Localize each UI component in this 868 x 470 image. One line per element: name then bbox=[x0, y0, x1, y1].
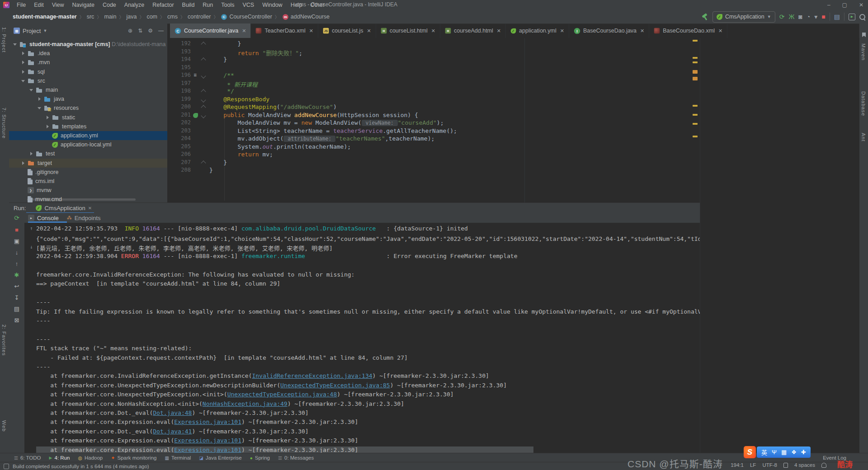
profiler-icon[interactable]: ◔ bbox=[807, 13, 810, 20]
stack-trace-link[interactable]: Expression.java:101 bbox=[174, 446, 241, 453]
sogou-button-3[interactable]: ❖ bbox=[791, 449, 797, 456]
menu-item-file[interactable]: File bbox=[13, 1, 29, 9]
editor-tab-teacherdao-xml[interactable]: TeacherDao.xml✕ bbox=[251, 24, 318, 38]
tree-item-target[interactable]: target bbox=[9, 159, 167, 168]
spring-bean-gutter-icon[interactable] bbox=[193, 113, 198, 118]
sogou-button-4[interactable]: ✚ bbox=[801, 449, 806, 456]
stripe-web[interactable]: Web bbox=[1, 420, 7, 432]
close-icon[interactable]: ✕ bbox=[242, 28, 246, 34]
tool-window-button-java-enterprise[interactable]: ◪Java Enterprise bbox=[195, 453, 245, 462]
editor-tab-basecoursedao-java[interactable]: IBaseCourseDao.java✕ bbox=[569, 24, 649, 38]
up-stack-icon[interactable]: ↑ bbox=[9, 260, 24, 267]
collapsed-arrow-icon[interactable] bbox=[21, 70, 25, 74]
breadcrumb-item[interactable]: java bbox=[126, 14, 137, 20]
tree-item-sql[interactable]: sql bbox=[9, 67, 167, 76]
down-stack-icon[interactable]: ↓ bbox=[9, 249, 24, 256]
stack-trace-link[interactable]: UnexpectedTypeException.java:48 bbox=[227, 391, 337, 398]
sogou-buttons[interactable]: 英Ψ▦❖✚ bbox=[757, 446, 811, 458]
fold-marker[interactable] bbox=[201, 113, 206, 118]
breadcrumb-item[interactable]: cms bbox=[167, 14, 178, 20]
tree-item--gitignore[interactable]: .gitignore bbox=[9, 168, 167, 177]
caret-position[interactable]: 194:1 bbox=[731, 462, 744, 468]
tree-item-resources[interactable]: resources bbox=[9, 103, 167, 113]
stack-trace-link[interactable]: Expression.java:101 bbox=[174, 418, 241, 425]
breadcrumb-item[interactable]: student-manage-master bbox=[13, 14, 77, 20]
gutter-list-icon[interactable]: ≣ bbox=[193, 73, 197, 77]
fold-marker[interactable] bbox=[201, 42, 206, 47]
print-icon[interactable]: ▤ bbox=[9, 306, 24, 312]
tool-window-button-terminal[interactable]: ▥Terminal bbox=[160, 453, 195, 462]
fold-down-icon[interactable]: ↓ bbox=[30, 244, 33, 250]
tool-window-button-spark-monitoring[interactable]: ✦Spark monitoring bbox=[107, 453, 160, 462]
indent-size[interactable]: 4 spaces bbox=[794, 462, 815, 468]
expanded-arrow-icon[interactable] bbox=[38, 106, 41, 110]
tree-item--mvn[interactable]: .mvn bbox=[9, 58, 167, 67]
maximize-button[interactable]: ▢ bbox=[842, 0, 847, 10]
run-anything-icon[interactable]: ▶ bbox=[849, 14, 855, 20]
collapse-all-icon[interactable]: ⇅ bbox=[138, 28, 142, 34]
tree-item-src[interactable]: src bbox=[9, 76, 167, 85]
tab-console[interactable]: ▸ Console bbox=[24, 215, 62, 221]
sogou-button-0[interactable]: 英 bbox=[761, 448, 767, 456]
tree-item-templates[interactable]: templates bbox=[9, 122, 167, 131]
stack-trace-link[interactable]: Dot.java:48 bbox=[153, 409, 192, 416]
stripe-maven[interactable]: Maven bbox=[861, 43, 866, 61]
stack-trace-link[interactable]: NonHashException.java:49 bbox=[203, 400, 288, 407]
rerun-icon[interactable]: ⟳ bbox=[779, 13, 785, 20]
menu-item-edit[interactable]: Edit bbox=[30, 1, 47, 9]
chevron-down-icon[interactable]: ▼ bbox=[43, 28, 47, 33]
snapshot-icon[interactable]: ▣ bbox=[9, 238, 24, 244]
tree-item-student-manage-master[interactable]: student-manage-master [cms] D:\idea\stud… bbox=[9, 40, 167, 49]
sogou-button-2[interactable]: ▦ bbox=[781, 449, 787, 456]
fold-marker[interactable] bbox=[201, 73, 206, 78]
close-icon[interactable]: ✕ bbox=[640, 28, 644, 34]
collapsed-arrow-icon[interactable] bbox=[21, 61, 25, 64]
search-everywhere-icon[interactable] bbox=[859, 14, 865, 20]
editor-tab-courseadd-html[interactable]: HcourseAdd.html✕ bbox=[440, 24, 506, 38]
stack-trace-link[interactable]: Dot.java:41 bbox=[153, 428, 192, 435]
stop-icon[interactable]: ■ bbox=[9, 226, 24, 233]
stripe-structure[interactable]: 7: Structure bbox=[1, 108, 7, 139]
menu-item-run[interactable]: Run bbox=[199, 1, 217, 9]
collapsed-arrow-icon[interactable] bbox=[46, 116, 49, 119]
minimize-button[interactable]: – bbox=[827, 0, 830, 10]
code-editor[interactable]: 192 }193 return "删除失败！";194 }195196≣ /**… bbox=[167, 38, 700, 202]
locate-icon[interactable]: ⊕ bbox=[128, 28, 132, 34]
breadcrumb-item[interactable]: controller bbox=[188, 14, 211, 20]
editor-tab-courselist-html[interactable]: HcourseList.html✕ bbox=[376, 24, 440, 38]
notifications-bell-icon[interactable] bbox=[821, 463, 826, 468]
expanded-arrow-icon[interactable] bbox=[21, 79, 25, 83]
close-icon[interactable]: ✕ bbox=[88, 206, 92, 211]
fold-up-icon[interactable]: ↑ bbox=[30, 226, 33, 231]
settings-icon[interactable]: ✱ bbox=[9, 272, 24, 278]
stack-trace-link[interactable]: Expression.java:101 bbox=[174, 437, 241, 444]
collapsed-arrow-icon[interactable] bbox=[21, 52, 25, 55]
expanded-arrow-icon[interactable] bbox=[29, 88, 33, 92]
editor-tab-basecoursedao-xml[interactable]: BaseCourseDao.xml✕ bbox=[649, 24, 727, 38]
tool-window-button-4--run[interactable]: ▶4: Run bbox=[45, 453, 74, 462]
tree-item-application-local-yml[interactable]: application-local.yml bbox=[9, 140, 167, 149]
tool-window-button-0--messages[interactable]: ☰0: Messages bbox=[274, 453, 318, 462]
menu-item-code[interactable]: Code bbox=[99, 1, 120, 9]
line-separator[interactable]: LF bbox=[750, 462, 756, 468]
tree-item-static[interactable]: static bbox=[9, 113, 167, 122]
expanded-arrow-icon[interactable] bbox=[13, 42, 17, 46]
menu-item-view[interactable]: View bbox=[48, 1, 68, 9]
close-icon[interactable]: ✕ bbox=[497, 28, 501, 34]
stop-icon[interactable]: ■ bbox=[821, 13, 825, 20]
close-icon[interactable]: ✕ bbox=[367, 28, 371, 34]
stripe-database[interactable]: Database bbox=[861, 91, 866, 116]
breadcrumb-item[interactable]: main bbox=[104, 14, 116, 20]
menu-item-window[interactable]: Window bbox=[259, 1, 286, 9]
menu-item-refactor[interactable]: Refactor bbox=[149, 1, 177, 9]
input-method-toolbar[interactable]: S 英Ψ▦❖✚ bbox=[744, 446, 811, 458]
menu-item-build[interactable]: Build bbox=[179, 1, 198, 9]
close-button[interactable]: ✕ bbox=[859, 0, 863, 10]
tree-item-test[interactable]: test bbox=[9, 149, 167, 158]
fold-marker[interactable] bbox=[201, 57, 206, 62]
tree-item-java[interactable]: java bbox=[9, 94, 167, 103]
rerun-icon[interactable]: ⟳ bbox=[9, 214, 24, 221]
breadcrumb-item[interactable]: maddNewCourse bbox=[282, 14, 330, 20]
tool-window-button-hadoop[interactable]: ◍Hadoop bbox=[74, 453, 107, 462]
stack-trace-link[interactable]: UnexpectedTypeException.java:85 bbox=[280, 382, 390, 389]
